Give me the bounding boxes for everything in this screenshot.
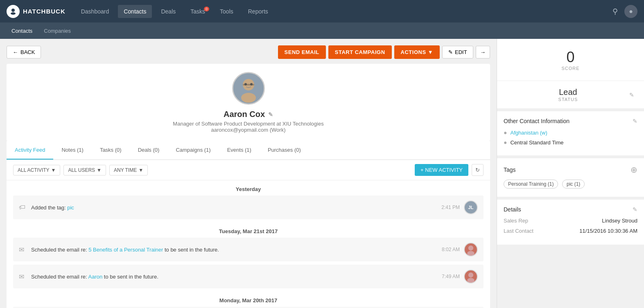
all-activity-filter[interactable]: ALL ACTIVITY ▼	[13, 165, 60, 175]
sales-rep-label: Sales Rep	[504, 218, 528, 224]
svg-point-1	[11, 12, 16, 15]
actions-button[interactable]: ACTIONS ▼	[394, 45, 440, 59]
sub-nav-contacts[interactable]: Contacts	[7, 25, 37, 36]
date-separator-monday: Monday, Mar 20th 2017	[13, 292, 484, 307]
back-button[interactable]: ← BACK	[7, 46, 41, 58]
sub-nav-companies[interactable]: Companies	[39, 25, 76, 36]
tab-deals[interactable]: Deals (0)	[130, 141, 168, 160]
refresh-button[interactable]: ↻	[472, 164, 484, 176]
tags-list: Personal Training (1) pic (1)	[504, 180, 637, 190]
svg-point-8	[467, 251, 475, 256]
tab-campaigns[interactable]: Campaigns (1)	[167, 141, 219, 160]
nav-deals[interactable]: Deals	[155, 5, 181, 18]
tags-section: Tags ⊕ Personal Training (1) pic (1)	[497, 158, 644, 197]
nav-right-actions: ⚲ ●	[612, 5, 637, 18]
score-section: 0 SCORE	[497, 39, 644, 81]
status-edit-button[interactable]: ✎	[629, 92, 634, 98]
tab-activity-feed[interactable]: Activity Feed	[7, 141, 53, 160]
chevron-down-icon: ▼	[51, 167, 56, 173]
other-contact-info-edit-button[interactable]: ✎	[633, 118, 637, 124]
edit-name-icon[interactable]: ✎	[268, 111, 273, 118]
activity-filters: ALL ACTIVITY ▼ ALL USERS ▼ ANY TIME ▼ + …	[7, 160, 490, 180]
activity-text: Added the tag: pic	[31, 205, 437, 211]
contact-name: Aaron Cox ✎	[15, 110, 482, 119]
score-value: 0	[507, 49, 634, 66]
tags-header: Tags ⊕	[504, 165, 637, 175]
activity-link[interactable]: 5 Benefits of a Personal Trainer	[88, 247, 163, 253]
timezone-value: Central Standard Time	[510, 139, 563, 146]
status-value: Lead	[507, 88, 629, 97]
details-title: Details	[504, 206, 521, 213]
section-header: Other Contact Information ✎	[504, 118, 637, 124]
svg-point-7	[468, 245, 473, 250]
activity-link[interactable]: pic	[67, 205, 74, 211]
clock-icon: ●	[504, 139, 507, 146]
tasks-badge: 0	[204, 7, 209, 11]
send-email-button[interactable]: SEND EMAIL	[278, 45, 326, 59]
tab-purchases[interactable]: Purchases (0)	[260, 141, 309, 160]
left-panel: ← BACK SEND EMAIL START CAMPAIGN ACTIONS…	[0, 39, 497, 308]
all-users-filter[interactable]: ALL USERS ▼	[63, 165, 106, 175]
edit-button[interactable]: ✎ EDIT	[442, 46, 473, 58]
tag-item[interactable]: pic (1)	[562, 180, 585, 189]
back-arrow-icon: ←	[13, 49, 18, 55]
avatar	[232, 72, 265, 105]
country-link[interactable]: Afghanistan (w)	[510, 130, 547, 136]
nav-tasks[interactable]: Tasks 0	[185, 5, 211, 18]
activity-link[interactable]: Aaron	[88, 274, 102, 280]
nav-dashboard[interactable]: Dashboard	[75, 5, 115, 18]
tag-item[interactable]: Personal Training (1)	[504, 180, 558, 189]
contact-card: Aaron Cox ✎ Manager of Software Product …	[7, 64, 490, 141]
last-contact-row: Last Contact 11/15/2016 10:30:36 AM	[504, 228, 637, 234]
activity-item: ✉ Scheduled the email re: 5 Benefits of …	[13, 238, 484, 261]
other-contact-info-section: Other Contact Information ✎ ● Afghanista…	[497, 111, 644, 156]
logo-text: HATCHBUCK	[23, 8, 66, 15]
activity-time: 2:41 PM	[441, 205, 460, 210]
add-tag-button[interactable]: ⊕	[630, 165, 637, 175]
tab-notes[interactable]: Notes (1)	[53, 141, 91, 160]
avatar	[464, 243, 478, 256]
activity-text: Scheduled the email re: 5 Benefits of a …	[31, 247, 438, 253]
contact-toolbar: ← BACK SEND EMAIL START CAMPAIGN ACTIONS…	[7, 45, 490, 59]
user-avatar-nav[interactable]: ●	[624, 5, 637, 18]
status-label: STATUS	[507, 97, 629, 102]
tag-icon: 🏷	[19, 204, 27, 211]
date-separator-yesterday: Yesterday	[13, 180, 484, 196]
svg-point-0	[11, 9, 15, 12]
any-time-filter[interactable]: ANY TIME ▼	[109, 165, 148, 175]
status-section: Lead STATUS ✎	[497, 81, 644, 109]
details-edit-button[interactable]: ✎	[633, 206, 637, 213]
start-campaign-button[interactable]: START CAMPAIGN	[328, 45, 392, 59]
next-button[interactable]: →	[476, 46, 490, 58]
toolbar-right: SEND EMAIL START CAMPAIGN ACTIONS ▼ ✎ ED…	[278, 45, 490, 59]
date-separator-tuesday: Tuesday, Mar 21st 2017	[13, 223, 484, 238]
chevron-down-icon: ▼	[97, 167, 102, 173]
avatar	[464, 270, 478, 283]
sales-rep-row: Sales Rep Lindsey Stroud	[504, 218, 637, 224]
tab-events[interactable]: Events (1)	[219, 141, 260, 160]
sub-nav: Contacts Companies	[0, 22, 644, 39]
activity-time: 8:02 AM	[442, 247, 460, 252]
last-contact-value: 11/15/2016 10:30:36 AM	[579, 228, 637, 234]
activity-area: ALL ACTIVITY ▼ ALL USERS ▼ ANY TIME ▼ + …	[7, 160, 490, 308]
details-section: Details ✎ Sales Rep Lindsey Stroud Last …	[497, 200, 644, 245]
nav-tools[interactable]: Tools	[214, 5, 239, 18]
tags-title: Tags	[504, 166, 516, 173]
tab-tasks[interactable]: Tasks (0)	[92, 141, 130, 160]
svg-point-9	[468, 272, 473, 277]
contact-email: aaroncox@yopmail.com (Work)	[15, 127, 482, 133]
svg-point-5	[244, 83, 247, 85]
search-icon[interactable]: ⚲	[612, 7, 618, 16]
activity-text: Scheduled the email re: Aaron to be sent…	[31, 274, 438, 280]
activity-feed: Yesterday 🏷 Added the tag: pic 2:41 PM J…	[7, 180, 490, 308]
nav-contacts[interactable]: Contacts	[118, 5, 152, 18]
details-header: Details ✎	[504, 206, 637, 213]
svg-point-6	[250, 83, 253, 85]
new-activity-button[interactable]: + NEW ACTIVITY	[415, 164, 468, 176]
logo-icon	[7, 5, 20, 18]
location-row: ● Afghanistan (w)	[504, 129, 637, 136]
sales-rep-value: Lindsey Stroud	[602, 218, 637, 224]
logo: HATCHBUCK	[7, 5, 66, 18]
chevron-down-icon: ▼	[428, 49, 433, 55]
nav-reports[interactable]: Reports	[242, 5, 274, 18]
